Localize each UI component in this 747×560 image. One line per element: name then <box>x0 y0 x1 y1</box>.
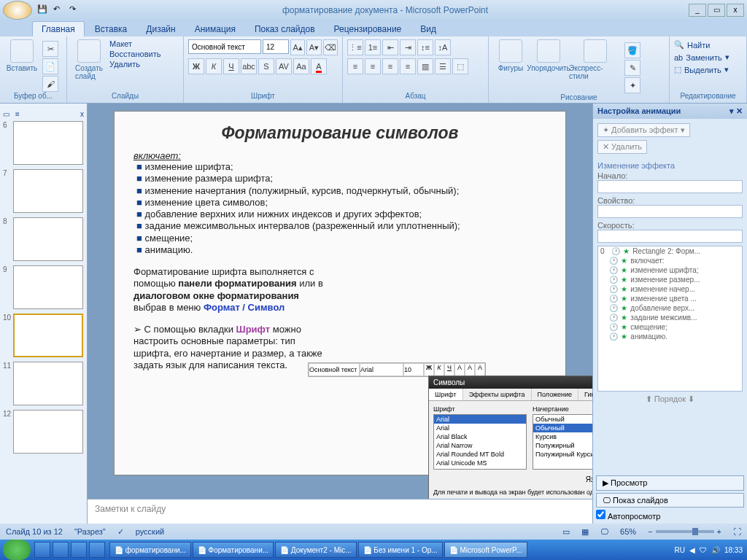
tab-slideshow[interactable]: Показ слайдов <box>246 22 324 36</box>
animation-item[interactable]: 🕐 ★ задание межсимв... <box>598 313 742 322</box>
slide-editor[interactable]: Форматирование символов включает: измене… <box>114 111 566 475</box>
bullet-item[interactable]: задание межсимвольных интервалов (разреж… <box>136 220 546 232</box>
tray-icon[interactable]: 🛡 <box>700 546 707 554</box>
speed-select[interactable] <box>597 230 743 243</box>
bullet-item[interactable]: изменение цвета символов; <box>136 197 546 209</box>
font-name-select[interactable] <box>188 39 261 54</box>
align-right-icon[interactable]: ≡ <box>382 58 398 74</box>
delete-slide-button[interactable]: Удалить <box>109 60 160 69</box>
thumbnail-7[interactable]: 7 <box>3 169 84 213</box>
align-text-icon[interactable]: ☰ <box>435 58 451 74</box>
indent-inc-icon[interactable]: ⇥ <box>400 39 416 55</box>
quicklaunch-icon[interactable] <box>71 542 87 558</box>
view-sorter-icon[interactable]: ▦ <box>581 527 589 537</box>
mini-font-size[interactable] <box>403 363 424 376</box>
thumbnail-11[interactable]: 11 <box>3 362 84 405</box>
bullets-icon[interactable]: ⋮≡ <box>347 39 363 55</box>
line-spacing-icon[interactable]: ↕≡ <box>417 39 433 55</box>
italic-icon[interactable]: К <box>206 58 222 74</box>
font-list[interactable]: ArialArialArial BlackArial NarrowArial R… <box>433 414 527 470</box>
tray-icon[interactable]: 🔊 <box>711 546 720 554</box>
animation-item[interactable]: 0 🕐 ★ Rectangle 2: Форм... <box>598 246 742 256</box>
style-list[interactable]: ОбычныйОбычныйКурсивПолужирныйПолужирный… <box>533 414 592 470</box>
mini-grow-icon[interactable]: A <box>454 363 465 376</box>
smartart-icon[interactable]: ⬚ <box>452 58 468 74</box>
save-icon[interactable]: 💾 <box>36 4 50 17</box>
redo-icon[interactable]: ↷ <box>69 4 82 17</box>
paste-button[interactable]: Вставить <box>4 39 39 72</box>
strike-icon[interactable]: abc <box>241 58 257 74</box>
shrink-font-icon[interactable]: A▾ <box>306 39 321 55</box>
outline-tab-icon[interactable]: ≡ <box>15 110 20 118</box>
animation-item[interactable]: 🕐 ★ изменение цвета ... <box>598 294 742 303</box>
restore-button[interactable]: ▭ <box>708 4 725 17</box>
tab-animation[interactable]: Анимация <box>186 22 244 36</box>
quick-styles-button[interactable]: Экспресс-стили <box>569 39 622 80</box>
zoom-out-icon[interactable]: − <box>648 527 652 536</box>
notes-pane[interactable]: Заметки к слайду <box>88 499 592 524</box>
new-slide-button[interactable]: Создать слайд <box>71 39 107 80</box>
quicklaunch-icon[interactable] <box>53 542 69 558</box>
animation-item[interactable]: 🕐 ★ анимацию. <box>598 332 742 341</box>
bullet-item[interactable]: добавление верхних или нижних индексов и… <box>136 209 546 220</box>
taskbar-item[interactable]: 📄 Документ2 - Mic... <box>275 542 356 558</box>
bullet-item[interactable]: смещение; <box>136 233 546 244</box>
dialog-tab[interactable]: Гиперссылка <box>578 389 592 400</box>
tab-design[interactable]: Дизайн <box>137 22 184 36</box>
zoom-slider[interactable]: − + <box>648 527 721 536</box>
mini-format-toolbar[interactable]: Ж К Ч A A A <box>308 362 486 377</box>
animation-item[interactable]: 🕐 ★ изменение шрифта; <box>598 265 742 275</box>
layout-button[interactable]: Макет <box>109 39 160 48</box>
animation-item[interactable]: 🕐 ★ смещение; <box>598 322 742 332</box>
bullet-item[interactable]: изменение начертания (полужирный, курсив… <box>136 185 546 197</box>
tab-view[interactable]: Вид <box>411 22 445 36</box>
align-left-icon[interactable]: ≡ <box>347 58 363 74</box>
tray-icon[interactable]: ◀ <box>689 546 695 554</box>
language-status[interactable]: русский <box>136 527 164 536</box>
shapes-button[interactable]: Фигуры <box>493 39 528 72</box>
mini-color-icon[interactable]: A <box>475 363 485 376</box>
spellcheck-icon[interactable]: ✓ <box>117 527 124 537</box>
copy-icon[interactable]: 📄 <box>42 58 58 74</box>
fit-icon[interactable]: ⛶ <box>733 527 741 536</box>
columns-icon[interactable]: ▥ <box>417 58 433 74</box>
paragraph-2[interactable]: ➢ С помощью вкладки Шрифт можно настроит… <box>133 324 323 371</box>
slideshow-button[interactable]: 🖵 Показ слайдов <box>596 493 744 508</box>
animation-item[interactable]: 🕐 ★ добавление верх... <box>598 303 742 313</box>
bullet-item[interactable]: изменение размера шрифта; <box>136 173 546 184</box>
undo-icon[interactable]: ↶ <box>53 4 66 17</box>
quicklaunch-icon[interactable] <box>34 542 50 558</box>
clock[interactable]: 18:33 <box>724 546 743 554</box>
animation-item[interactable]: 🕐 ★ изменение размер... <box>598 275 742 284</box>
thumbnail-10[interactable]: 10 <box>3 314 84 357</box>
paragraph-1[interactable]: Форматирование шрифта выполняется с помо… <box>133 266 323 314</box>
clear-format-icon[interactable]: ⌫ <box>323 39 338 55</box>
taskbar-item[interactable]: 📄 Без имени 1 - Op... <box>358 542 443 558</box>
indent-dec-icon[interactable]: ⇤ <box>382 39 398 55</box>
thumbnail-6[interactable]: 6 <box>3 121 84 165</box>
includes-label[interactable]: включает: <box>133 150 546 161</box>
bullet-list[interactable]: изменение шрифта;изменение размера шрифт… <box>136 161 546 256</box>
select-button[interactable]: ⬚ Выделить ▾ <box>674 64 729 75</box>
mini-bold-icon[interactable]: Ж <box>424 363 434 376</box>
taskbar-item[interactable]: 📄 Microsoft PowerP... <box>444 542 527 558</box>
start-button[interactable] <box>3 540 31 560</box>
font-dialog[interactable]: Символы✕ ШрифтЭффекты шрифтаПоложениеГип… <box>428 376 592 499</box>
autopreview-checkbox[interactable]: Автопросмотр <box>596 512 660 521</box>
underline-icon[interactable]: Ч <box>223 58 239 74</box>
cut-icon[interactable]: ✂ <box>42 41 58 57</box>
view-normal-icon[interactable]: ▭ <box>562 527 570 537</box>
zoom-in-icon[interactable]: + <box>717 527 721 536</box>
find-button[interactable]: 🔍 Найти <box>674 39 710 50</box>
justify-icon[interactable]: ≡ <box>400 58 416 74</box>
tab-review[interactable]: Рецензирование <box>325 22 411 36</box>
taskbar-item[interactable]: 📄 Форматировани... <box>193 542 274 558</box>
thumbnail-9[interactable]: 9 <box>3 265 84 309</box>
mini-italic-icon[interactable]: К <box>434 363 444 376</box>
bold-icon[interactable]: Ж <box>188 58 204 74</box>
replace-button[interactable]: ab Заменить ▾ <box>674 52 729 63</box>
font-size-select[interactable] <box>263 39 289 54</box>
mini-font-face[interactable] <box>360 363 403 376</box>
spacing-icon[interactable]: AV <box>276 58 292 74</box>
close-button[interactable]: x <box>727 4 744 17</box>
